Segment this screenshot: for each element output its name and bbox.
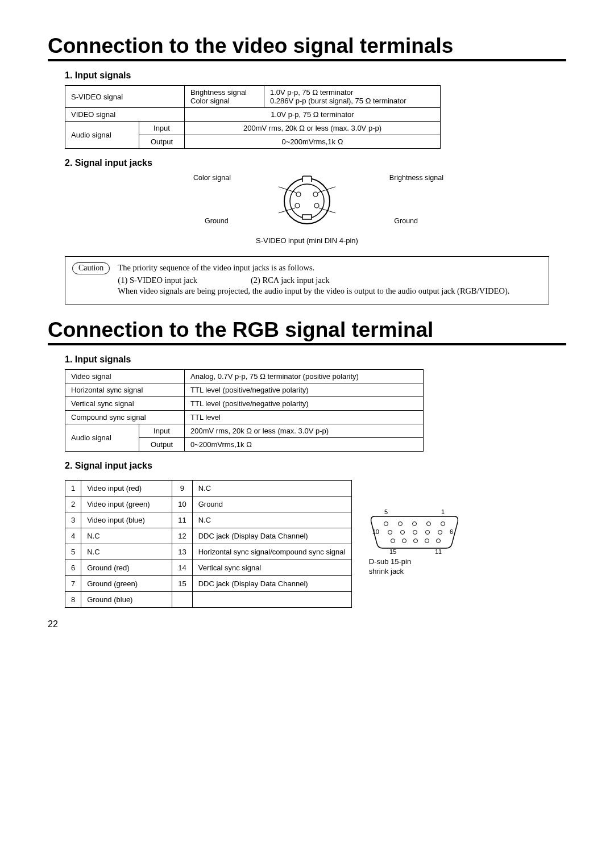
table-cell: TTL level (positive/negative polarity) (185, 397, 424, 410)
table-cell: 1.0V p-p, 75 Ω terminator (185, 108, 441, 122)
svg-point-21 (391, 539, 395, 542)
table-cell: 200mV rms, 20k Ω or less (max. 3.0V p-p) (185, 424, 424, 437)
table-cell: 0~200mVrms,1k Ω (185, 135, 441, 149)
svg-point-5 (295, 203, 300, 208)
svg-text:15: 15 (389, 548, 396, 555)
pin-table: 1Video input (red) 9N.C 2Video input (gr… (65, 480, 352, 608)
table-cell: Output (139, 437, 185, 451)
table-cell: 0~200mVrms,1k Ω (185, 437, 424, 451)
table-cell: Input (139, 122, 185, 135)
svg-point-11 (384, 521, 388, 525)
pin-label-brightness: Brightness signal (389, 174, 443, 182)
svg-point-20 (438, 530, 442, 534)
table-cell: TTL level (positive/negative polarity) (185, 383, 424, 397)
din-caption: S-VIDEO input (mini DIN 4-pin) (48, 236, 566, 245)
dsub-diagram: 5 1 10 6 15 11 D-sub 15-pin shrink jack (369, 510, 460, 577)
table-cell: Horizontal sync signal (65, 383, 185, 397)
svg-point-12 (398, 521, 402, 525)
svg-rect-2 (302, 215, 312, 219)
svg-point-13 (412, 521, 416, 525)
dsub-caption-2: shrink jack (369, 567, 460, 577)
svg-text:6: 6 (450, 528, 453, 535)
table-cell: S-VIDEO signal (65, 86, 185, 108)
table-cell: Compound sync signal (65, 410, 185, 424)
svg-point-22 (402, 539, 406, 542)
svg-point-6 (314, 203, 319, 208)
svg-point-16 (388, 530, 392, 534)
svg-point-15 (441, 521, 445, 525)
caution-jack2: (2) RCA jack input jack (251, 275, 330, 286)
mini-din-diagram: Color signal Brightness signal Ground Gr… (188, 173, 426, 229)
svg-text:10: 10 (372, 528, 379, 535)
table-cell: 1.0V p-p, 75 Ω terminator 0.286V p-p (bu… (264, 86, 441, 108)
s2-input-table: Video signal Analog, 0.7V p-p, 75 Ω term… (65, 369, 424, 452)
table-cell: TTL level (185, 410, 424, 424)
caution-box: Caution The priority sequence of the vid… (65, 256, 549, 304)
pin-label-ground-right: Ground (394, 217, 418, 225)
table-cell: 200mV rms, 20k Ω or less (max. 3.0V p-p) (185, 122, 441, 135)
table-cell: Video signal (65, 369, 185, 383)
svg-point-25 (436, 539, 440, 542)
s2-input-heading: 1. Input signals (65, 354, 566, 365)
svg-text:11: 11 (435, 548, 442, 555)
s1-input-heading: 1. Input signals (65, 70, 566, 81)
caution-line1: The priority sequence of the video input… (118, 262, 542, 274)
table-cell: Analog, 0.7V p-p, 75 Ω terminator (posit… (185, 369, 424, 383)
table-cell: Brightness signal Color signal (185, 86, 264, 108)
table-cell: Audio signal (65, 122, 139, 149)
svg-point-1 (290, 184, 324, 218)
caution-label: Caution (72, 262, 110, 274)
svg-point-3 (296, 192, 301, 197)
table-cell: Input (139, 424, 185, 437)
section1-title: Connection to the video signal terminals (48, 34, 566, 61)
pin-label-color: Color signal (193, 174, 231, 182)
svg-point-14 (426, 521, 430, 525)
svg-point-18 (413, 530, 417, 534)
caution-jack1: (1) S-VIDEO input jack (118, 275, 248, 286)
dsub-caption-1: D-sub 15-pin (369, 557, 460, 567)
s1-jacks-heading: 2. Signal input jacks (65, 158, 566, 168)
s2-jacks-heading: 2. Signal input jacks (65, 461, 566, 471)
table-cell: Output (139, 135, 185, 149)
svg-point-23 (413, 539, 417, 542)
s1-input-table: S-VIDEO signal Brightness signal Color s… (65, 85, 441, 149)
page-number: 22 (48, 619, 566, 629)
section2-title: Connection to the RGB signal terminal (48, 318, 566, 345)
table-cell: VIDEO signal (65, 108, 185, 122)
svg-point-24 (425, 539, 429, 542)
svg-text:5: 5 (384, 510, 388, 515)
svg-text:1: 1 (441, 510, 445, 515)
caution-line2: When video signals are being projected, … (118, 286, 542, 297)
svg-point-4 (313, 192, 318, 197)
table-cell: Audio signal (65, 424, 139, 451)
svg-point-19 (425, 530, 429, 534)
pin-label-ground-left: Ground (205, 217, 229, 225)
table-cell: Vertical sync signal (65, 397, 185, 410)
svg-point-17 (400, 530, 404, 534)
